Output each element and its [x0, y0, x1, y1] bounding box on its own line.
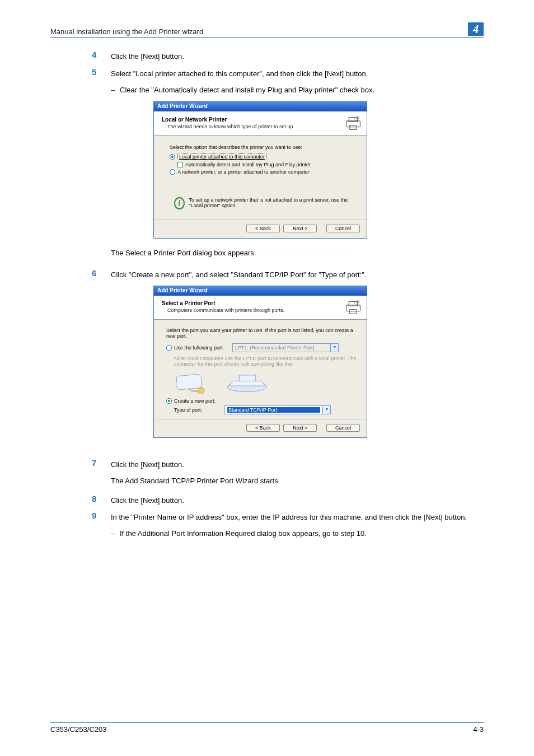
step-text: Select "Local printer attached to this c… [111, 67, 484, 80]
dialog-head-title: Local or Network Printer [162, 116, 344, 123]
content-area: 4 Click the [Next] button. 5 Select "Loc… [92, 50, 484, 540]
step-text: Click the [Next] button. [111, 458, 484, 471]
radio-label: Create a new port: [174, 398, 216, 404]
printer-icon [344, 299, 362, 315]
cancel-button[interactable]: Cancel [326, 225, 360, 232]
info-icon: i [174, 197, 185, 209]
radio-label: Use the following port: [174, 345, 230, 351]
step-number: 9 [92, 511, 111, 520]
svg-rect-5 [350, 310, 357, 314]
dialog-footer: < Back Next > Cancel [154, 220, 367, 238]
dialog-body: Select the option that describes the pri… [154, 136, 367, 220]
printer-icon [344, 115, 362, 130]
page-footer: C353/C253/C203 4-3 [50, 722, 484, 734]
step-text: In the "Printer Name or IP address" box,… [111, 511, 484, 524]
step-number: 8 [92, 494, 111, 503]
combo-value: Standard TCP/IP Port [227, 407, 320, 413]
add-printer-wizard-dialog-2: Add Printer Wizard Select a Printer Port… [153, 286, 367, 438]
step-9: 9 In the "Printer Name or IP address" bo… [92, 511, 484, 524]
connector-printer-icon [222, 371, 273, 394]
dialog-intro: Select the option that describes the pri… [170, 144, 357, 150]
dialog-local-or-network: Add Printer Wizard Local or Network Prin… [153, 101, 367, 239]
next-button[interactable]: Next > [283, 424, 317, 432]
cancel-button[interactable]: Cancel [326, 424, 360, 432]
checkbox-label: Automatically detect and install my Plug… [185, 162, 311, 167]
chevron-down-icon: ▾ [322, 406, 330, 414]
radio-label: A network printer, or a printer attached… [177, 169, 310, 175]
step-5-result: The Select a Printer Port dialog box app… [111, 248, 484, 259]
add-printer-wizard-dialog-1: Add Printer Wizard Local or Network Prin… [153, 101, 367, 239]
back-button[interactable]: < Back [246, 225, 280, 232]
footer-model: C353/C253/C203 [50, 725, 106, 734]
step-text: Click the [Next] button. [111, 494, 484, 507]
port-note: Note: Most computers use the LPT1: port … [174, 356, 357, 367]
radio-local-printer[interactable]: Local printer attached to this computer [170, 153, 357, 160]
dialog-intro: Select the port you want your printer to… [166, 328, 357, 339]
radio-icon [170, 169, 175, 175]
chapter-number-box: 4 [468, 22, 484, 36]
footer-page: 4-3 [473, 725, 484, 734]
dialog-titlebar: Add Printer Wizard [154, 102, 367, 111]
chevron-down-icon: ▾ [330, 344, 338, 352]
step-text: Click the [Next] button. [111, 50, 484, 63]
step-number: 5 [92, 67, 111, 77]
step-7: 7 Click the [Next] button. [92, 458, 484, 471]
checkbox-icon [177, 162, 183, 167]
page-header: Manual installation using the Add Printe… [50, 22, 484, 38]
port-combo: LPT1: (Recommended Printer Port) ▾ [232, 343, 339, 352]
checkbox-auto-detect[interactable]: Automatically detect and install my Plug… [177, 162, 357, 167]
dialog-select-port: Add Printer Wizard Select a Printer Port… [153, 286, 367, 438]
step-7-result: The Add Standard TCP/IP Printer Port Wiz… [111, 475, 484, 487]
connector-parallel-icon [174, 371, 208, 394]
radio-icon [166, 398, 172, 404]
dialog-footer: < Back Next > Cancel [154, 419, 367, 437]
svg-rect-2 [350, 125, 357, 130]
step-5-bullet: –Clear the "Automatically detect and ins… [111, 85, 484, 96]
bullet-text: If the Additional Port Information Requi… [120, 529, 367, 538]
connector-images [174, 371, 357, 394]
dialog-body: Select the port you want your printer to… [154, 320, 367, 419]
step-number: 7 [92, 458, 111, 468]
radio-icon [170, 154, 175, 160]
type-of-port-label: Type of port: [174, 407, 224, 413]
dialog-head-title: Select a Printer Port [162, 300, 344, 306]
dialog-header: Select a Printer Port Computers communic… [154, 296, 367, 320]
dialog-header: Local or Network Printer The wizard need… [154, 111, 367, 136]
radio-label: Local printer attached to this computer [177, 153, 266, 160]
radio-create-new-port[interactable]: Create a new port: [166, 398, 357, 404]
type-of-port-combo[interactable]: Standard TCP/IP Port ▾ [224, 405, 331, 414]
svg-rect-8 [239, 375, 256, 381]
step-4: 4 Click the [Next] button. [92, 50, 484, 63]
dialog-head-subtitle: Computers communicate with printers thro… [162, 307, 344, 313]
combo-value: LPT1: (Recommended Printer Port) [235, 345, 328, 351]
type-of-port-row: Type of port: Standard TCP/IP Port ▾ [174, 405, 357, 414]
step-number: 4 [92, 50, 111, 59]
bullet-text: Clear the "Automatically detect and inst… [120, 86, 374, 94]
dialog-head-subtitle: The wizard needs to know which type of p… [162, 124, 344, 129]
back-button[interactable]: < Back [246, 424, 280, 432]
radio-icon [166, 345, 172, 351]
step-6: 6 Click "Create a new port", and select … [92, 268, 484, 281]
step-5: 5 Select "Local printer attached to this… [92, 67, 484, 80]
step-9-bullet: –If the Additional Port Information Requ… [111, 528, 484, 540]
radio-use-following-port[interactable]: Use the following port: LPT1: (Recommend… [166, 343, 357, 352]
step-8: 8 Click the [Next] button. [92, 494, 484, 507]
header-title: Manual installation using the Add Printe… [50, 27, 203, 36]
step-text: Click "Create a new port", and select "S… [111, 268, 484, 281]
svg-point-6 [198, 388, 204, 394]
step-number: 6 [92, 268, 111, 278]
dialog-titlebar: Add Printer Wizard [154, 286, 367, 296]
radio-network-printer[interactable]: A network printer, or a printer attached… [170, 169, 357, 175]
next-button[interactable]: Next > [283, 225, 317, 232]
info-text: To set up a network printer that is not … [189, 197, 357, 208]
info-note: i To set up a network printer that is no… [174, 197, 357, 209]
